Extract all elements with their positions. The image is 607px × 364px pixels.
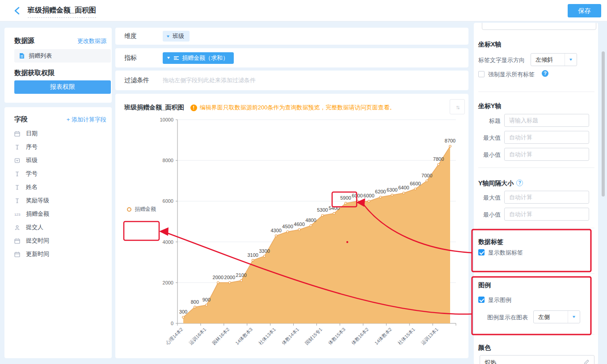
svg-text:6000: 6000 [363,193,374,198]
legend-marker-icon [127,207,131,212]
dimension-label: 维度 [124,32,163,40]
calendar-icon [14,238,22,244]
field-list: 日期序号班级学号姓名奖励等级123捐赠金额提交人提交时间更新时间 [14,127,107,261]
force-labels-label: 强制显示所有标签 [488,71,535,79]
svg-text:2000: 2000 [213,275,223,280]
chevron-down-icon: ▼ [569,58,573,62]
dimension-pill[interactable]: ▼ 班级 [163,31,190,42]
interval-max-label: 最大值 [477,194,501,202]
svg-text:国财15专1: 国财15专1 [304,326,323,346]
field-item[interactable]: 提交人 [14,221,107,234]
y-axis-section-title: 坐标Y轴 [478,102,501,110]
filter-label: 过滤条件 [124,76,163,84]
svg-text:2100: 2100 [236,272,247,278]
svg-text:4800: 4800 [305,218,316,223]
field-item-label: 提交人 [26,223,43,231]
chart-legend[interactable]: 捐赠金额 [127,205,156,213]
area-fill [183,146,450,323]
sort-button[interactable]: ↑↓ [450,99,465,114]
interval-min-input[interactable] [504,208,589,221]
y-min-label: 最小值 [477,151,501,159]
calendar-icon [14,251,22,257]
save-button[interactable]: 保存 [568,4,601,17]
chevron-down-icon: ▼ [166,34,170,38]
field-item-label: 日期 [26,130,38,138]
svg-text:6000: 6000 [163,198,173,204]
svg-text:6400: 6400 [398,185,409,190]
svg-text:8000: 8000 [163,158,173,163]
svg-text:5300: 5300 [317,207,328,213]
plus-icon: + [67,116,70,123]
svg-text:800: 800 [191,299,199,305]
color-palette-select[interactable]: 炽热 [480,355,594,364]
interval-max-input[interactable] [504,191,589,204]
field-item[interactable]: 学号 [14,167,107,180]
add-calc-field-link[interactable]: + 添加计算字段 [67,116,106,124]
x-axis-labels: 心理14本2运训16本1园林16本214体教本3社体13本1体教14本1国财15… [164,326,439,346]
report-permission-button[interactable]: 报表权限 [14,80,111,94]
show-data-label-label: 显示数据标签 [488,249,523,257]
scrollbar[interactable] [601,21,606,364]
show-legend-checkbox[interactable] [478,297,485,303]
topbar: 班级捐赠金额_面积图 保存 [0,0,607,21]
data-label-section-title: 数据标签 [478,238,503,246]
force-labels-checkbox[interactable] [478,71,485,77]
change-datasource-link[interactable]: 更改数据源 [77,37,106,45]
svg-text:6000: 6000 [352,193,363,198]
svg-text:4600: 4600 [294,222,304,227]
field-item[interactable]: 班级 [14,154,107,167]
field-item[interactable]: 更新时间 [14,247,107,261]
label-direction-select[interactable]: 左倾斜 ▼ [531,53,577,66]
area-chart: 0200040006000800010000300800900200020002… [115,114,468,357]
clipped-title-input[interactable] [482,23,596,30]
scrollbar-thumb[interactable] [602,51,605,197]
svg-text:6300: 6300 [387,187,397,192]
svg-text:园林16本2: 园林16本2 [211,326,230,346]
metric-pill[interactable]: ▼ 捐赠金额（求和） [163,52,234,64]
svg-text:6600: 6600 [410,181,421,186]
legend-position-select[interactable]: 左侧 ▼ [533,310,580,323]
svg-text:7000: 7000 [422,173,432,178]
field-item-label: 学号 [26,170,38,178]
field-item[interactable]: 日期 [14,127,107,140]
chart-panel: 班级捐赠金额_面积图 ! 编辑界面只取数据源前200条作为查询数据预览，完整数据… [115,94,468,358]
metric-label: 指标 [124,54,163,62]
text-icon [14,144,22,150]
back-icon[interactable] [13,6,22,16]
y-title-input[interactable] [504,114,589,127]
page-title[interactable]: 班级捐赠金额_面积图 [28,6,96,18]
field-item[interactable]: 姓名 [14,180,107,194]
field-item-label: 更新时间 [26,250,49,258]
fields-panel: 字段 + 添加计算字段 日期序号班级学号姓名奖励等级123捐赠金额提交人提交时间… [4,107,112,358]
field-item[interactable]: 提交时间 [14,234,107,247]
field-item-label: 姓名 [26,183,38,191]
field-item[interactable]: 奖励等级 [14,194,107,207]
fields-title: 字段 [14,115,28,124]
filter-row[interactable]: 过滤条件 拖动左侧字段到此处来添加过滤条件 [115,71,468,90]
document-icon [19,53,25,59]
datasource-item[interactable]: 捐赠列表 [14,49,111,63]
text-icon [14,184,22,190]
svg-text:6200: 6200 [375,189,386,194]
y-max-input[interactable] [504,131,589,144]
field-item-label: 捐赠金额 [26,210,49,218]
help-icon[interactable]: ? [542,70,548,77]
field-item-label: 提交时间 [26,237,49,245]
sum-icon [173,55,179,61]
legend-section-title: 图例 [478,281,491,289]
person-icon [14,225,22,230]
show-data-label-checkbox[interactable] [478,249,485,255]
help-icon[interactable]: ? [516,180,523,186]
svg-text:300: 300 [179,309,187,314]
svg-text:5400: 5400 [329,205,339,211]
y-min-input[interactable] [504,148,589,161]
chevron-down-icon: ▼ [572,315,576,319]
svg-text:7800: 7800 [433,156,444,162]
field-item[interactable]: 序号 [14,140,107,154]
field-item[interactable]: 123捐赠金额 [14,207,107,221]
svg-text:运训16本1: 运训16本1 [188,326,207,346]
text-icon [14,198,22,204]
y-title-label: 标题 [477,117,501,125]
svg-text:2000: 2000 [224,275,235,280]
sort-down-icon: ↓ [457,104,459,110]
